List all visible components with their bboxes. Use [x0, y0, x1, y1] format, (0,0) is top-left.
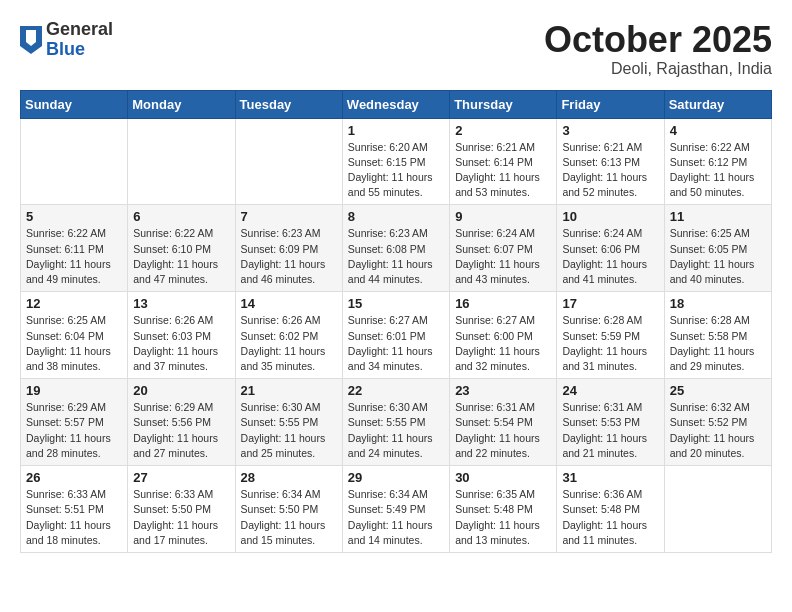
calendar-cell: 22Sunrise: 6:30 AM Sunset: 5:55 PM Dayli… [342, 379, 449, 466]
day-info: Sunrise: 6:29 AM Sunset: 5:56 PM Dayligh… [133, 400, 229, 461]
logo-general: General [46, 20, 113, 40]
day-number: 7 [241, 209, 337, 224]
day-info: Sunrise: 6:32 AM Sunset: 5:52 PM Dayligh… [670, 400, 766, 461]
calendar-cell: 2Sunrise: 6:21 AM Sunset: 6:14 PM Daylig… [450, 118, 557, 205]
day-info: Sunrise: 6:30 AM Sunset: 5:55 PM Dayligh… [241, 400, 337, 461]
day-number: 10 [562, 209, 658, 224]
calendar-week-row: 12Sunrise: 6:25 AM Sunset: 6:04 PM Dayli… [21, 292, 772, 379]
day-number: 4 [670, 123, 766, 138]
calendar-cell: 13Sunrise: 6:26 AM Sunset: 6:03 PM Dayli… [128, 292, 235, 379]
day-number: 30 [455, 470, 551, 485]
logo-icon [20, 26, 42, 54]
calendar-cell: 19Sunrise: 6:29 AM Sunset: 5:57 PM Dayli… [21, 379, 128, 466]
day-number: 23 [455, 383, 551, 398]
day-info: Sunrise: 6:36 AM Sunset: 5:48 PM Dayligh… [562, 487, 658, 548]
day-info: Sunrise: 6:23 AM Sunset: 6:08 PM Dayligh… [348, 226, 444, 287]
calendar-cell: 16Sunrise: 6:27 AM Sunset: 6:00 PM Dayli… [450, 292, 557, 379]
calendar-cell: 7Sunrise: 6:23 AM Sunset: 6:09 PM Daylig… [235, 205, 342, 292]
day-info: Sunrise: 6:21 AM Sunset: 6:14 PM Dayligh… [455, 140, 551, 201]
day-number: 26 [26, 470, 122, 485]
calendar-cell: 14Sunrise: 6:26 AM Sunset: 6:02 PM Dayli… [235, 292, 342, 379]
calendar-cell: 5Sunrise: 6:22 AM Sunset: 6:11 PM Daylig… [21, 205, 128, 292]
day-info: Sunrise: 6:21 AM Sunset: 6:13 PM Dayligh… [562, 140, 658, 201]
day-number: 5 [26, 209, 122, 224]
calendar-cell: 23Sunrise: 6:31 AM Sunset: 5:54 PM Dayli… [450, 379, 557, 466]
calendar-cell: 3Sunrise: 6:21 AM Sunset: 6:13 PM Daylig… [557, 118, 664, 205]
day-number: 24 [562, 383, 658, 398]
day-number: 9 [455, 209, 551, 224]
day-number: 1 [348, 123, 444, 138]
day-info: Sunrise: 6:30 AM Sunset: 5:55 PM Dayligh… [348, 400, 444, 461]
calendar-cell: 29Sunrise: 6:34 AM Sunset: 5:49 PM Dayli… [342, 466, 449, 553]
day-number: 6 [133, 209, 229, 224]
title-block: October 2025 Deoli, Rajasthan, India [544, 20, 772, 78]
calendar-cell: 6Sunrise: 6:22 AM Sunset: 6:10 PM Daylig… [128, 205, 235, 292]
weekday-header: Monday [128, 90, 235, 118]
calendar-cell [21, 118, 128, 205]
calendar-cell [664, 466, 771, 553]
day-number: 21 [241, 383, 337, 398]
day-number: 17 [562, 296, 658, 311]
day-number: 12 [26, 296, 122, 311]
day-info: Sunrise: 6:26 AM Sunset: 6:02 PM Dayligh… [241, 313, 337, 374]
logo-blue: Blue [46, 40, 113, 60]
calendar-cell: 28Sunrise: 6:34 AM Sunset: 5:50 PM Dayli… [235, 466, 342, 553]
day-number: 13 [133, 296, 229, 311]
header: General Blue October 2025 Deoli, Rajasth… [20, 20, 772, 78]
day-info: Sunrise: 6:34 AM Sunset: 5:50 PM Dayligh… [241, 487, 337, 548]
calendar-cell: 1Sunrise: 6:20 AM Sunset: 6:15 PM Daylig… [342, 118, 449, 205]
day-info: Sunrise: 6:28 AM Sunset: 5:58 PM Dayligh… [670, 313, 766, 374]
day-number: 28 [241, 470, 337, 485]
day-info: Sunrise: 6:23 AM Sunset: 6:09 PM Dayligh… [241, 226, 337, 287]
calendar-cell: 18Sunrise: 6:28 AM Sunset: 5:58 PM Dayli… [664, 292, 771, 379]
day-number: 8 [348, 209, 444, 224]
day-number: 18 [670, 296, 766, 311]
calendar-cell [235, 118, 342, 205]
day-info: Sunrise: 6:22 AM Sunset: 6:10 PM Dayligh… [133, 226, 229, 287]
day-info: Sunrise: 6:35 AM Sunset: 5:48 PM Dayligh… [455, 487, 551, 548]
weekday-header: Friday [557, 90, 664, 118]
calendar-cell [128, 118, 235, 205]
day-number: 11 [670, 209, 766, 224]
calendar-cell: 26Sunrise: 6:33 AM Sunset: 5:51 PM Dayli… [21, 466, 128, 553]
calendar-cell: 25Sunrise: 6:32 AM Sunset: 5:52 PM Dayli… [664, 379, 771, 466]
calendar-cell: 30Sunrise: 6:35 AM Sunset: 5:48 PM Dayli… [450, 466, 557, 553]
calendar-cell: 12Sunrise: 6:25 AM Sunset: 6:04 PM Dayli… [21, 292, 128, 379]
logo-text: General Blue [46, 20, 113, 60]
calendar-cell: 27Sunrise: 6:33 AM Sunset: 5:50 PM Dayli… [128, 466, 235, 553]
day-number: 20 [133, 383, 229, 398]
day-info: Sunrise: 6:25 AM Sunset: 6:05 PM Dayligh… [670, 226, 766, 287]
logo: General Blue [20, 20, 113, 60]
calendar-cell: 8Sunrise: 6:23 AM Sunset: 6:08 PM Daylig… [342, 205, 449, 292]
weekday-header-row: SundayMondayTuesdayWednesdayThursdayFrid… [21, 90, 772, 118]
day-info: Sunrise: 6:24 AM Sunset: 6:06 PM Dayligh… [562, 226, 658, 287]
day-info: Sunrise: 6:25 AM Sunset: 6:04 PM Dayligh… [26, 313, 122, 374]
day-number: 3 [562, 123, 658, 138]
calendar-cell: 15Sunrise: 6:27 AM Sunset: 6:01 PM Dayli… [342, 292, 449, 379]
day-number: 22 [348, 383, 444, 398]
calendar-cell: 31Sunrise: 6:36 AM Sunset: 5:48 PM Dayli… [557, 466, 664, 553]
calendar-week-row: 19Sunrise: 6:29 AM Sunset: 5:57 PM Dayli… [21, 379, 772, 466]
calendar-table: SundayMondayTuesdayWednesdayThursdayFrid… [20, 90, 772, 553]
calendar-cell: 20Sunrise: 6:29 AM Sunset: 5:56 PM Dayli… [128, 379, 235, 466]
calendar-week-row: 1Sunrise: 6:20 AM Sunset: 6:15 PM Daylig… [21, 118, 772, 205]
calendar-cell: 17Sunrise: 6:28 AM Sunset: 5:59 PM Dayli… [557, 292, 664, 379]
calendar-cell: 10Sunrise: 6:24 AM Sunset: 6:06 PM Dayli… [557, 205, 664, 292]
weekday-header: Thursday [450, 90, 557, 118]
day-info: Sunrise: 6:28 AM Sunset: 5:59 PM Dayligh… [562, 313, 658, 374]
calendar-cell: 9Sunrise: 6:24 AM Sunset: 6:07 PM Daylig… [450, 205, 557, 292]
day-info: Sunrise: 6:27 AM Sunset: 6:00 PM Dayligh… [455, 313, 551, 374]
calendar-week-row: 26Sunrise: 6:33 AM Sunset: 5:51 PM Dayli… [21, 466, 772, 553]
day-number: 2 [455, 123, 551, 138]
day-number: 29 [348, 470, 444, 485]
calendar-cell: 21Sunrise: 6:30 AM Sunset: 5:55 PM Dayli… [235, 379, 342, 466]
location: Deoli, Rajasthan, India [544, 60, 772, 78]
day-info: Sunrise: 6:33 AM Sunset: 5:50 PM Dayligh… [133, 487, 229, 548]
day-number: 25 [670, 383, 766, 398]
day-number: 15 [348, 296, 444, 311]
weekday-header: Tuesday [235, 90, 342, 118]
calendar-week-row: 5Sunrise: 6:22 AM Sunset: 6:11 PM Daylig… [21, 205, 772, 292]
day-number: 19 [26, 383, 122, 398]
calendar-cell: 4Sunrise: 6:22 AM Sunset: 6:12 PM Daylig… [664, 118, 771, 205]
day-info: Sunrise: 6:26 AM Sunset: 6:03 PM Dayligh… [133, 313, 229, 374]
